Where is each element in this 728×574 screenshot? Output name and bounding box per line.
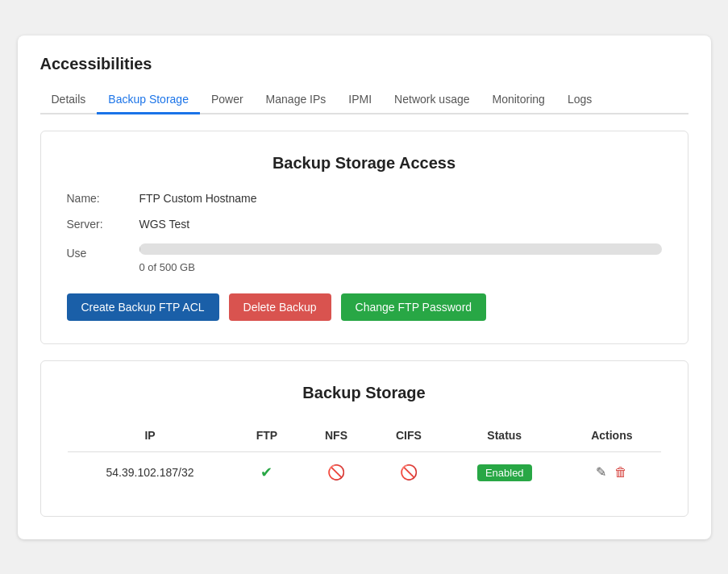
tab-manage-ips[interactable]: Manage IPs: [255, 86, 338, 114]
cell-nfs: 🚫: [301, 451, 371, 493]
col-status: Status: [446, 418, 563, 451]
storage-table: IP FTP NFS CIFS Status Actions 54.39.102…: [67, 418, 662, 493]
name-row: Name: FTP Custom Hostname: [67, 192, 662, 205]
table-row: 54.39.102.187/32 ✔ 🚫 🚫 Enabled: [67, 451, 661, 493]
access-card: Backup Storage Access Name: FTP Custom H…: [40, 131, 688, 344]
tab-bar: Details Backup Storage Power Manage IPs …: [40, 86, 688, 114]
cell-actions: ✎ 🗑: [563, 451, 661, 493]
tab-backup-storage[interactable]: Backup Storage: [97, 86, 200, 114]
col-cifs: CIFS: [372, 418, 447, 451]
tab-monitoring[interactable]: Monitoring: [481, 86, 556, 114]
access-title: Backup Storage Access: [67, 154, 662, 173]
name-label: Name:: [67, 192, 139, 205]
tab-ipmi[interactable]: IPMI: [337, 86, 383, 114]
progress-bar-fill: [139, 243, 140, 255]
server-value: WGS Test: [139, 218, 190, 231]
nfs-ban-icon: 🚫: [327, 464, 345, 480]
cell-status: Enabled: [446, 451, 563, 493]
use-row: Use 0 of 500 GB: [67, 243, 662, 274]
page-title: Accessibilities: [40, 55, 688, 73]
use-content: 0 of 500 GB: [139, 243, 662, 274]
use-text: 0 of 500 GB: [139, 261, 195, 273]
trash-icon[interactable]: 🗑: [614, 465, 627, 480]
ftp-check-icon: ✔: [260, 464, 272, 480]
name-value: FTP Custom Hostname: [139, 192, 257, 205]
table-header-row: IP FTP NFS CIFS Status Actions: [67, 418, 661, 451]
col-ftp: FTP: [233, 418, 302, 451]
col-nfs: NFS: [301, 418, 371, 451]
tab-details[interactable]: Details: [40, 86, 98, 114]
server-label: Server:: [67, 218, 139, 231]
status-badge: Enabled: [477, 464, 532, 481]
cell-ip: 54.39.102.187/32: [67, 451, 233, 493]
progress-bar-bg: [139, 243, 662, 255]
action-icons: ✎ 🗑: [576, 464, 647, 480]
cifs-ban-icon: 🚫: [400, 464, 418, 480]
cell-ftp: ✔: [233, 451, 302, 493]
delete-backup-button[interactable]: Delete Backup: [229, 293, 331, 321]
tab-power[interactable]: Power: [200, 86, 255, 114]
edit-icon[interactable]: ✎: [596, 464, 606, 480]
cell-cifs: 🚫: [372, 451, 447, 493]
change-ftp-password-button[interactable]: Change FTP Password: [341, 293, 486, 321]
col-actions: Actions: [563, 418, 661, 451]
server-row: Server: WGS Test: [67, 218, 662, 231]
storage-card: Backup Storage IP FTP NFS CIFS Status Ac…: [40, 360, 688, 517]
actions-row: Create Backup FTP ACL Delete Backup Chan…: [67, 293, 662, 321]
storage-title: Backup Storage: [67, 384, 662, 402]
use-label: Use: [67, 243, 139, 260]
create-backup-ftp-acl-button[interactable]: Create Backup FTP ACL: [67, 293, 219, 321]
col-ip: IP: [67, 418, 233, 451]
tab-logs[interactable]: Logs: [556, 86, 603, 114]
tab-network-usage[interactable]: Network usage: [383, 86, 480, 114]
